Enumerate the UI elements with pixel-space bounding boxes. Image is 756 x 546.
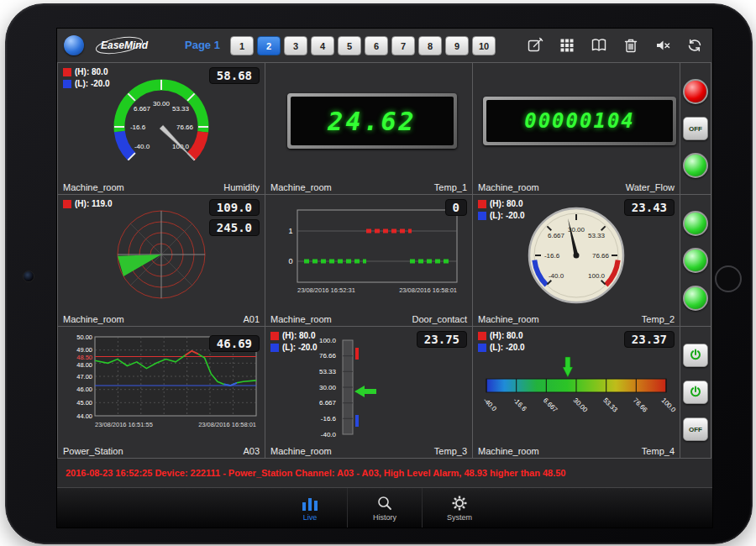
panel-water-flow: 00000104 Machine_room Water_Flow [473,63,680,194]
panel-location: Machine_room [270,314,332,324]
value-badge: 0 [445,199,467,216]
book-icon[interactable] [590,36,608,55]
page-button-4[interactable]: 4 [311,36,334,55]
scale-tick: 30.00 [572,396,590,414]
vertical-bar-gauge: 100.0 76.66 53.33 30.00 6.667 -16.6 -40.… [294,337,445,443]
system-gear-icon [452,496,467,511]
alarm-message: 2016-08-23 16:52:25 Device: 222111 - Pow… [66,468,566,478]
side-controls-row2 [680,195,711,326]
camera [23,270,34,282]
gauge-tick-label: 76.66 [592,252,610,260]
green-indicator-light[interactable] [683,153,708,178]
scale-tick: 100.0 [660,396,678,414]
time-end: 23/08/2016 16:58:01 [198,421,256,428]
y-tick: 50.00 [76,333,92,341]
app-menu-button[interactable] [64,35,84,55]
value-badge: 23.75 [417,331,467,348]
history-search-icon [376,496,393,511]
off-switch[interactable]: OFF [683,417,708,441]
page-button-8[interactable]: 8 [418,36,442,55]
refresh-icon[interactable] [685,36,704,55]
toolbar: EaseMind Page 1 1 2 3 4 5 6 7 8 9 10 [57,29,712,62]
trash-icon[interactable] [622,36,640,55]
green-indicator-light[interactable] [683,286,708,311]
edit-icon[interactable] [526,36,544,55]
tab-label: Live [303,513,318,522]
high-limit-swatch [270,332,279,340]
panel-humidity: (H): 80.0 (L): -20.0 58.68 -40.0 -1 [58,63,265,194]
panel-channel: Door_contact [412,314,467,324]
panel-temp1: 24.62 Machine_room Temp_1 [265,63,472,194]
page-button-6[interactable]: 6 [365,36,388,55]
brand-logo: EaseMind [94,32,181,62]
tab-system[interactable]: System [422,488,496,528]
scale-tick: 53.33 [601,396,619,414]
panel-location: Machine_room [478,182,539,192]
scale-tick: -16.6 [321,415,337,423]
scale-tick: -40.0 [321,431,337,438]
time-start: 23/08/2016 16:52:31 [297,286,355,294]
app-screen: EaseMind Page 1 1 2 3 4 5 6 7 8 9 10 [56,28,713,528]
scale-tick: 30.00 [319,384,337,391]
page-button-5[interactable]: 5 [338,36,361,55]
red-indicator-light[interactable] [683,79,708,104]
y-tick: 45.00 [76,399,92,407]
lcd-value: 24.62 [291,97,454,145]
panel-a03: 46.69 50.00 49.0 [58,327,265,458]
off-switch[interactable]: OFF [683,117,708,140]
high-limit-label: (H): 80.0 [490,331,522,340]
mute-icon[interactable] [654,36,672,55]
panel-location: Machine_room [63,314,124,324]
panel-channel: Water_Flow [626,182,675,192]
gauge-tick-label: 6.667 [548,232,565,239]
power-button[interactable] [683,344,708,367]
gauge-tick-label: -16.6 [130,123,146,131]
tab-history[interactable]: History [347,488,422,528]
page-button-10[interactable]: 10 [472,36,496,55]
side-controls-row3: OFF [680,327,711,458]
panel-location: Machine_room [478,446,539,456]
power-button[interactable] [683,381,708,404]
page-selector: 1 2 3 4 5 6 7 8 9 10 [230,36,496,55]
home-button[interactable] [715,265,742,292]
live-bars-icon [301,496,319,511]
page-button-9[interactable]: 9 [445,36,469,55]
time-start: 23/08/2016 16:51:55 [95,421,153,428]
high-limit-swatch [478,332,486,340]
scale-tick: -40.0 [482,396,499,413]
tab-live[interactable]: Live [273,488,347,528]
low-limit-swatch [270,344,279,352]
panel-temp4: (H): 80.0 (L): -20.0 23.37 [473,327,680,458]
panel-channel: Temp_2 [642,314,675,324]
page-button-7[interactable]: 7 [391,36,415,55]
gauge-tick-label: 30.00 [153,100,171,108]
gauge-tick-label: -16.6 [544,252,560,260]
gauge-tick-label: 53.33 [588,232,606,239]
keypad-icon[interactable] [558,36,576,55]
value-badge: 46.69 [209,335,260,352]
low-limit-swatch [478,344,486,352]
scale-tick: -16.6 [512,396,528,413]
horizontal-bar-gauge: -40.0 -16.6 6.667 30.00 53.33 76.66 100.… [475,350,678,444]
green-indicator-light[interactable] [683,211,708,236]
tab-label: History [373,513,396,522]
gauge-tick-label: 53.33 [172,105,190,113]
tab-label: System [447,513,472,522]
gauge-tick-label: 6.667 [134,105,151,113]
value-badge: 58.68 [209,67,260,84]
panel-temp3: (H): 80.0 (L): -20.0 23.75 100.0 76.66 5… [265,327,472,458]
scale-tick: 100.0 [319,337,337,344]
low-limit-label: (L): -20.0 [282,343,318,352]
page-button-2[interactable]: 2 [257,36,281,55]
radar-wedge [118,255,161,276]
page-button-3[interactable]: 3 [284,36,307,55]
panel-location: Machine_room [63,182,124,192]
page-button-1[interactable]: 1 [230,36,254,55]
high-marker [355,348,359,360]
high-limit-label: (H): 119.0 [75,199,112,208]
counter-display-frame: 00000104 [483,97,676,145]
time-end: 23/08/2016 16:58:01 [399,286,457,294]
green-indicator-light[interactable] [683,248,708,273]
scale-tick: 76.66 [319,352,337,360]
lcd-display-frame: 24.62 [287,93,457,149]
